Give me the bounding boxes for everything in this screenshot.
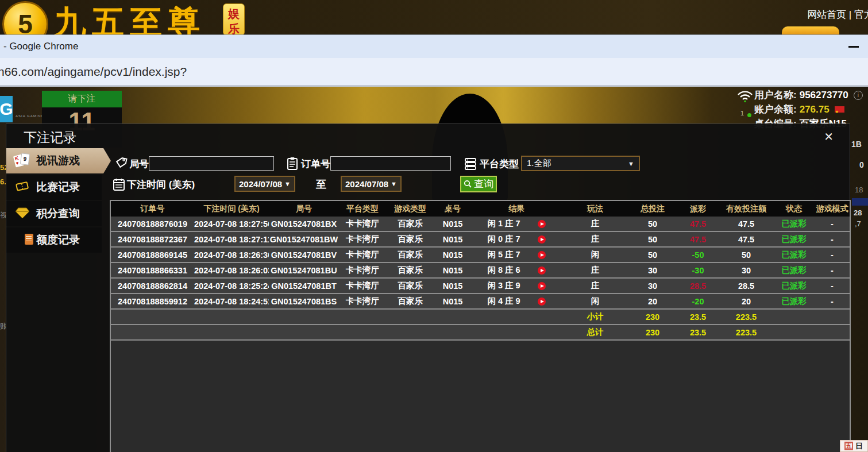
cell-order-id: 240708188872367 bbox=[111, 235, 194, 244]
col-header: 桌号 bbox=[434, 204, 471, 214]
cell-total-bet: 50 bbox=[628, 250, 677, 260]
round-id-input[interactable] bbox=[149, 156, 274, 171]
replay-play-icon[interactable] bbox=[538, 298, 546, 306]
bg-fragment: 1B bbox=[851, 140, 862, 149]
cell-valid-bet: 47.5 bbox=[719, 235, 773, 244]
minimize-button[interactable] bbox=[846, 40, 861, 53]
cell-table-no: N015 bbox=[434, 266, 471, 275]
cell-play: 庄 bbox=[562, 265, 628, 276]
card-face: 9 bbox=[20, 153, 30, 165]
balance-label: 账户余额: bbox=[754, 102, 797, 117]
col-header: 局号 bbox=[269, 204, 339, 214]
cell-bet-time: 2024-07-08 18:26:36 bbox=[194, 250, 269, 260]
date-from-picker[interactable]: 2024/07/08 ▼ bbox=[234, 176, 295, 192]
window-title: - Google Chrome bbox=[3, 41, 78, 52]
cell-table-no: N015 bbox=[434, 235, 471, 244]
cell-game-type: 百家乐 bbox=[386, 296, 434, 307]
subtotal-label: 小计 bbox=[562, 311, 628, 322]
cell-game-mode: - bbox=[815, 297, 850, 306]
ime-mode-icon: 五 bbox=[844, 442, 853, 450]
sidebar-item-quota-records[interactable]: 额度记录 bbox=[6, 227, 102, 253]
cell-status: 已派彩 bbox=[773, 296, 815, 307]
replay-play-icon[interactable] bbox=[538, 282, 546, 290]
chevron-down-icon: ▼ bbox=[628, 160, 634, 167]
cell-result: 闲 1 庄 7 bbox=[471, 218, 562, 229]
cell-status: 已派彩 bbox=[773, 218, 815, 229]
modal-sidebar: K♥ 9 视讯游戏 比赛记录 bbox=[6, 148, 111, 254]
replay-play-icon[interactable] bbox=[538, 266, 546, 275]
order-id-label: 订单号 bbox=[301, 157, 330, 171]
table-row: 240708188866331 2024-07-08 18:26:03 GN01… bbox=[111, 263, 850, 279]
cell-table-no: N015 bbox=[434, 219, 471, 229]
order-id-input[interactable] bbox=[330, 156, 451, 171]
cell-game-type: 百家乐 bbox=[386, 280, 434, 291]
replay-play-icon[interactable] bbox=[538, 220, 546, 228]
tag-icon bbox=[115, 157, 128, 169]
balance-row: 账户余额: 276.75 bbox=[754, 102, 863, 117]
date-to-value: 2024/07/08 bbox=[345, 179, 388, 189]
date-to-picker[interactable]: 2024/07/08 ▼ bbox=[341, 176, 402, 192]
cell-bet-time: 2024-07-08 18:25:24 bbox=[194, 281, 269, 291]
cell-bet-time: 2024-07-08 18:27:11 bbox=[194, 235, 269, 244]
bg-fragment: 0 bbox=[859, 160, 864, 169]
cell-game-type: 百家乐 bbox=[386, 265, 434, 276]
table-header-row: 订单号 下注时间 (美东) 局号 平台类型 游戏类型 桌号 结果 玩法 总投注 … bbox=[111, 201, 850, 217]
cell-total-bet: 20 bbox=[628, 297, 677, 306]
replay-play-icon[interactable] bbox=[538, 235, 546, 244]
cell-table-no: N015 bbox=[434, 250, 471, 260]
clipboard-icon bbox=[286, 157, 299, 171]
col-header: 总投注 bbox=[628, 204, 677, 214]
ime-partial-glyph: 日 bbox=[855, 441, 863, 451]
grand-total-payout: 23.5 bbox=[677, 328, 719, 337]
cell-status: 已派彩 bbox=[773, 234, 815, 245]
result-text: 闲 8 庄 6 bbox=[487, 265, 520, 276]
sidebar-item-match-records[interactable]: 比赛记录 bbox=[6, 175, 102, 200]
chrome-titlebar[interactable]: - Google Chrome bbox=[0, 34, 868, 58]
col-header: 游戏模式 bbox=[815, 204, 850, 214]
sidebar-item-video-games[interactable]: K♥ 9 视讯游戏 bbox=[6, 148, 111, 173]
bet-records-modal: 下注记录 ✕ K♥ 9 视讯游戏 比赛 bbox=[6, 123, 850, 452]
round-id-label: 局号 bbox=[129, 157, 149, 171]
cell-round-id: GN015247081BU bbox=[269, 266, 339, 275]
to-label: 至 bbox=[316, 177, 326, 191]
cell-play: 庄 bbox=[562, 234, 628, 245]
platform-select[interactable]: 1.全部 ▼ bbox=[521, 156, 640, 171]
site-nav-links[interactable]: 网站首页 | 官方 bbox=[807, 8, 868, 21]
col-header: 派彩 bbox=[677, 204, 719, 214]
replay-play-icon[interactable] bbox=[538, 251, 546, 259]
cell-result: 闲 0 庄 7 bbox=[471, 234, 562, 245]
site-header: 5 九五至尊 娱乐 网站首页 | 官方 bbox=[0, 0, 868, 34]
sidebar-item-label: 视讯游戏 bbox=[36, 153, 80, 168]
sidebar-item-points-query[interactable]: 积分查询 bbox=[6, 201, 102, 226]
provider-letter: G bbox=[0, 99, 13, 119]
close-icon: ✕ bbox=[824, 130, 834, 143]
cell-total-bet: 30 bbox=[628, 281, 677, 291]
cell-platform: 卡卡湾厅 bbox=[339, 234, 386, 245]
chrome-urlbar[interactable]: n66.com/agingame/pcv1/index.jsp? bbox=[0, 58, 868, 87]
network-dot bbox=[747, 113, 751, 117]
info-icon[interactable]: i bbox=[854, 91, 863, 100]
cell-result: 闲 3 庄 9 bbox=[471, 280, 562, 291]
cell-status: 已派彩 bbox=[773, 249, 815, 260]
table-row: 240708188876019 2024-07-08 18:27:56 GN01… bbox=[111, 217, 850, 232]
cell-round-id: GN015247081BT bbox=[269, 281, 339, 291]
close-button[interactable]: ✕ bbox=[824, 130, 834, 144]
cell-game-mode: - bbox=[815, 235, 850, 244]
user-name-value: 956273770 bbox=[800, 88, 848, 102]
col-header: 状态 bbox=[773, 204, 815, 214]
col-header: 有效投注额 bbox=[719, 204, 773, 214]
cell-play: 庄 bbox=[562, 280, 628, 291]
cell-order-id: 240708188866331 bbox=[111, 266, 194, 275]
subtotal-total-bet: 230 bbox=[628, 312, 677, 322]
col-header: 玩法 bbox=[562, 204, 628, 214]
cell-order-id: 240708188859912 bbox=[111, 297, 194, 306]
cell-game-type: 百家乐 bbox=[386, 218, 434, 229]
url-text[interactable]: n66.com/agingame/pcv1/index.jsp? bbox=[0, 65, 187, 79]
cell-valid-bet: 28.5 bbox=[719, 281, 773, 291]
subtotal-row: 小计 230 23.5 223.5 bbox=[111, 310, 850, 325]
screen: 5 九五至尊 娱乐 网站首页 | 官方 - Google Chrome n66.… bbox=[0, 0, 868, 452]
cell-game-type: 百家乐 bbox=[386, 249, 434, 260]
query-button[interactable]: 查询 bbox=[460, 176, 497, 192]
cell-payout: -30 bbox=[677, 266, 719, 275]
platform-select-value: 1.全部 bbox=[527, 158, 551, 169]
